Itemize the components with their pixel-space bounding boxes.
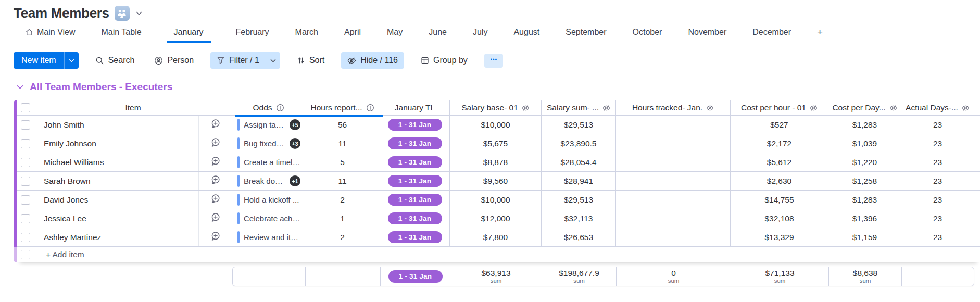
add-update-cell[interactable] — [199, 134, 232, 153]
actual-days-cell[interactable]: 23 — [901, 153, 974, 171]
hours-tracked-cell[interactable] — [616, 209, 731, 228]
row-checkbox[interactable] — [21, 158, 30, 167]
search-button[interactable]: Search — [92, 52, 138, 69]
add-item-button[interactable]: + Add item — [34, 247, 980, 262]
item-name-cell[interactable]: David Jones — [34, 191, 199, 209]
odds-cell[interactable]: Assign tas... +5 — [232, 116, 305, 134]
column-header-salary-sum[interactable]: Salary sum- ... — [542, 100, 616, 115]
item-name-cell[interactable]: John Smith — [34, 116, 199, 134]
column-header-hours-tracked[interactable]: Hours tracked- Jan. — [616, 100, 731, 115]
january-tl-cell[interactable]: 1 - 31 Jan — [380, 191, 450, 209]
salary-base-cell[interactable]: $12,000 — [450, 209, 542, 228]
new-item-chevron-down-icon[interactable] — [64, 52, 79, 69]
odds-cell[interactable]: Celebrate achie... — [232, 209, 305, 228]
timeline-pill[interactable]: 1 - 31 Jan — [388, 156, 442, 168]
add-view-button[interactable]: + — [816, 27, 824, 43]
column-header-salary-base[interactable]: Salary base- 01 — [450, 100, 542, 115]
cost-per-hour-cell[interactable]: $14,755 — [731, 191, 828, 209]
tab-march[interactable]: March — [294, 28, 319, 43]
column-header-hours-reported[interactable]: Hours report... — [305, 100, 380, 115]
tab-main-view[interactable]: Main View — [24, 28, 77, 43]
salary-sum-cell[interactable]: $26,653 — [542, 228, 616, 246]
add-update-icon[interactable] — [210, 175, 221, 187]
cost-per-day-cell[interactable]: $1,283 — [828, 191, 901, 209]
timeline-summary-pill[interactable]: 1 - 31 Jan — [388, 270, 443, 282]
item-name-cell[interactable]: Ashley Martinez — [34, 228, 199, 246]
hours-reported-cell[interactable]: 2 — [305, 228, 380, 246]
item-name-cell[interactable]: Sarah Brown — [34, 172, 199, 190]
add-update-icon[interactable] — [210, 194, 221, 206]
hours-reported-cell[interactable]: 11 — [305, 172, 380, 190]
salary-base-cell[interactable]: $7,800 — [450, 228, 542, 246]
cost-per-day-cell[interactable]: $1,396 — [828, 209, 901, 228]
add-update-icon[interactable] — [210, 212, 221, 224]
odds-count-badge[interactable]: +5 — [290, 119, 300, 130]
cost-per-hour-sum-cell[interactable]: $71,133 sum — [731, 267, 829, 286]
tab-april[interactable]: April — [343, 28, 362, 43]
salary-sum-sum-cell[interactable]: $198,677.9 sum — [542, 267, 617, 286]
add-update-cell[interactable] — [199, 172, 232, 190]
odds-cell[interactable]: Bug fixed- ... +3 — [232, 134, 305, 153]
sort-button[interactable]: Sort — [294, 52, 328, 69]
item-name-cell[interactable]: Michael Williams — [34, 153, 199, 171]
item-name-cell[interactable]: Jessica Lee — [34, 209, 199, 228]
add-update-cell[interactable] — [199, 191, 232, 209]
new-item-button[interactable]: New item — [14, 52, 79, 69]
cost-per-day-cell[interactable]: $1,220 — [828, 153, 901, 171]
item-name-cell[interactable]: Emily Johnson — [34, 134, 199, 153]
add-update-cell[interactable] — [199, 228, 232, 246]
odds-cell[interactable]: Create a timelin... — [232, 153, 305, 171]
tab-may[interactable]: May — [386, 28, 404, 43]
salary-sum-cell[interactable]: $28,054.4 — [542, 153, 616, 171]
cost-per-day-sum-cell[interactable]: $8,638 sum — [829, 267, 902, 286]
hours-tracked-cell[interactable] — [616, 172, 731, 190]
cost-per-hour-cell[interactable]: $2,630 — [731, 172, 828, 190]
group-collapse-chevron-down-icon[interactable] — [17, 82, 23, 92]
hours-tracked-sum-cell[interactable]: 0 sum — [617, 267, 731, 286]
tab-september[interactable]: September — [564, 28, 607, 43]
select-all-checkbox[interactable] — [21, 103, 30, 112]
cost-per-hour-cell[interactable]: $13,329 — [731, 228, 828, 246]
info-icon[interactable] — [276, 104, 284, 112]
cost-per-day-cell[interactable]: $1,283 — [828, 116, 901, 134]
column-header-odds[interactable]: Odds — [232, 100, 305, 115]
cost-per-hour-cell[interactable]: $527 — [731, 116, 828, 134]
salary-base-cell[interactable]: $5,675 — [450, 134, 542, 153]
cost-per-day-cell[interactable]: $1,258 — [828, 172, 901, 190]
salary-sum-cell[interactable]: $23,890.5 — [542, 134, 616, 153]
add-update-cell[interactable] — [199, 153, 232, 171]
hours-reported-cell[interactable]: 11 — [305, 134, 380, 153]
cost-per-hour-cell[interactable]: $2,172 — [731, 134, 828, 153]
row-checkbox[interactable] — [21, 233, 30, 242]
january-tl-cell[interactable]: 1 - 31 Jan — [380, 228, 450, 246]
tab-november[interactable]: November — [687, 28, 727, 43]
person-filter-button[interactable]: Person — [151, 52, 197, 69]
january-tl-cell[interactable]: 1 - 31 Jan — [380, 116, 450, 134]
odds-count-badge[interactable]: +1 — [290, 175, 300, 186]
column-header-item[interactable]: Item — [34, 100, 232, 115]
add-update-cell[interactable] — [199, 209, 232, 228]
tab-february[interactable]: February — [235, 28, 270, 43]
salary-sum-cell[interactable]: $29,513 — [542, 191, 616, 209]
row-checkbox[interactable] — [21, 139, 30, 148]
tab-october[interactable]: October — [632, 28, 663, 43]
tab-december[interactable]: December — [751, 28, 792, 43]
cost-per-hour-cell[interactable]: $5,612 — [731, 153, 828, 171]
january-tl-cell[interactable]: 1 - 31 Jan — [380, 172, 450, 190]
hours-reported-cell[interactable]: 56 — [305, 116, 380, 134]
board-menu-chevron-down-icon[interactable] — [136, 11, 142, 16]
cost-per-hour-cell[interactable]: $32,108 — [731, 209, 828, 228]
salary-base-cell[interactable]: $10,000 — [450, 116, 542, 134]
january-tl-cell[interactable]: 1 - 31 Jan — [380, 134, 450, 153]
salary-sum-cell[interactable]: $32,113 — [542, 209, 616, 228]
actual-days-cell[interactable]: 23 — [901, 134, 974, 153]
salary-base-cell[interactable]: $8,878 — [450, 153, 542, 171]
actual-days-cell[interactable]: 23 — [901, 228, 974, 246]
timeline-pill[interactable]: 1 - 31 Jan — [388, 137, 442, 149]
hours-reported-cell[interactable]: 5 — [305, 153, 380, 171]
actual-days-cell[interactable]: 23 — [901, 209, 974, 228]
january-tl-summary-cell[interactable]: 1 - 31 Jan — [381, 267, 450, 286]
cost-per-day-cell[interactable]: $1,159 — [828, 228, 901, 246]
info-icon[interactable] — [366, 104, 374, 112]
timeline-pill[interactable]: 1 - 31 Jan — [388, 231, 442, 243]
